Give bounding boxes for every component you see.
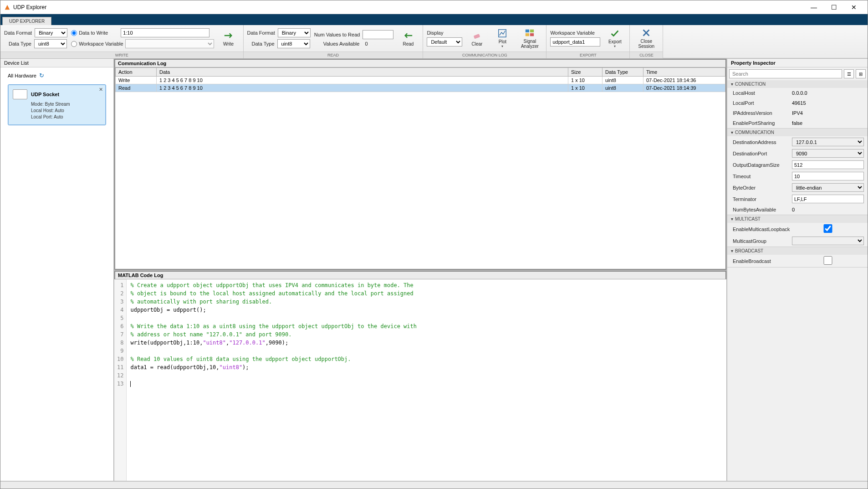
plot-icon: [497, 28, 507, 38]
section-header[interactable]: ▾CONNECTION: [727, 80, 868, 88]
numvals-input[interactable]: [363, 30, 393, 39]
app-icon: [4, 4, 10, 10]
code-body[interactable]: % Create a udpport object udpportObj tha…: [127, 279, 726, 481]
property-input[interactable]: [792, 195, 864, 203]
all-hardware-label: All Hardware: [8, 73, 36, 78]
tab-udp-explorer[interactable]: UDP EXPLORER: [2, 17, 51, 25]
matlab-code-log-header: MATLAB Code Log: [114, 271, 726, 279]
svg-rect-4: [526, 33, 529, 36]
write-button[interactable]: Write: [218, 31, 240, 46]
workspace-variable-select[interactable]: [125, 39, 214, 48]
workspace-variable-radio[interactable]: [71, 41, 77, 47]
svg-rect-5: [530, 33, 534, 36]
card-localport: Local Port: Auto: [31, 114, 101, 120]
property-input[interactable]: [792, 172, 864, 180]
valsavail-value: 0: [365, 41, 368, 46]
table-row[interactable]: Write1 2 3 4 5 6 7 8 9 101 x 10uint807-D…: [116, 77, 725, 84]
section-header[interactable]: ▾COMMUNICATION: [727, 129, 868, 136]
titlebar: UDP Explorer — ☐ ✕: [0, 0, 868, 14]
export-wsvar-input[interactable]: [550, 37, 600, 46]
device-list-panel: Device List All Hardware ↻ ✕ UDP Socket …: [0, 59, 114, 481]
property-row: DestinationAddress127.0.0.1: [727, 136, 868, 148]
write-icon: [224, 31, 234, 41]
property-row: NumBytesAvailable0: [727, 205, 868, 215]
communication-log-panel: Communication Log Action Data Size Data …: [114, 59, 726, 271]
col-data[interactable]: Data: [157, 68, 568, 77]
svg-rect-2: [526, 30, 529, 32]
list-view-icon[interactable]: ☰: [844, 69, 854, 78]
data-to-write-label: Data to Write: [79, 30, 108, 36]
close-button[interactable]: ✕: [844, 0, 864, 14]
signal-analyzer-icon: [525, 28, 535, 38]
property-row: DestinationPort9090: [727, 148, 868, 159]
write-datatype-select[interactable]: uint8: [34, 39, 67, 48]
svg-rect-0: [474, 34, 480, 39]
col-size[interactable]: Size: [568, 68, 602, 77]
read-dataformat-select[interactable]: Binary: [278, 28, 311, 37]
export-wsvar-label: Workspace Variable: [550, 30, 594, 36]
property-checkbox[interactable]: [792, 224, 864, 233]
commlog-group-label: COMMUNICATION LOG: [423, 51, 546, 58]
col-time[interactable]: Time: [643, 68, 725, 77]
read-icon: [403, 31, 413, 41]
write-dataformat-select[interactable]: Binary: [35, 28, 67, 37]
plot-button[interactable]: Plot ▾: [491, 28, 513, 48]
property-row: OutputDatagramSize: [727, 159, 868, 170]
close-group-label: CLOSE: [630, 51, 663, 58]
property-row: ByteOrderlittle-endian: [727, 182, 868, 193]
property-search-input[interactable]: [729, 69, 842, 78]
toolstrip: Data Format Binary Data Type uint8 Data …: [0, 25, 868, 59]
communication-log-header: Communication Log: [114, 59, 726, 67]
eraser-icon: [472, 31, 482, 41]
export-button[interactable]: Export ▾: [604, 28, 626, 48]
tabstrip: UDP EXPLORER: [0, 14, 868, 25]
property-select[interactable]: 127.0.0.1: [792, 138, 864, 146]
property-select[interactable]: [792, 237, 864, 245]
clear-button[interactable]: Clear: [466, 31, 488, 46]
minimize-button[interactable]: —: [804, 0, 824, 14]
data-to-write-input[interactable]: [121, 28, 209, 37]
device-list-header: Device List: [0, 59, 113, 67]
read-dataformat-label: Data Format: [247, 30, 275, 36]
table-row[interactable]: Read1 2 3 4 5 6 7 8 9 101 x 10uint807-De…: [116, 84, 725, 92]
window-title: UDP Explorer: [13, 4, 804, 10]
property-row: EnableMulticastLoopback: [727, 223, 868, 235]
col-action[interactable]: Action: [116, 68, 157, 77]
property-row: EnableBroadcast: [727, 255, 868, 267]
socket-icon: [13, 89, 27, 99]
property-inspector-header: Property Inspector: [727, 59, 868, 67]
section-header[interactable]: ▾BROADCAST: [727, 247, 868, 255]
category-view-icon[interactable]: ⊞: [856, 69, 866, 78]
property-row: EnablePortSharingfalse: [727, 118, 868, 128]
write-group-label: WRITE: [0, 51, 243, 58]
display-select[interactable]: Default: [427, 37, 462, 46]
udp-socket-card[interactable]: ✕ UDP Socket Mode: Byte Stream Local Hos…: [8, 84, 106, 125]
card-mode: Mode: Byte Stream: [31, 101, 101, 108]
col-datatype[interactable]: Data Type: [602, 68, 643, 77]
property-input[interactable]: [792, 160, 864, 169]
property-row: IPAddressVersionIPV4: [727, 108, 868, 118]
property-checkbox[interactable]: [792, 256, 864, 265]
close-session-icon: [641, 28, 651, 38]
maximize-button[interactable]: ☐: [824, 0, 844, 14]
read-datatype-select[interactable]: uint8: [277, 39, 310, 48]
code-gutter: 12345678910111213: [114, 279, 127, 481]
section-header[interactable]: ▾MULTICAST: [727, 215, 868, 223]
read-button[interactable]: Read: [397, 31, 419, 46]
property-row: Terminator: [727, 193, 868, 205]
property-row: LocalPort49615: [727, 98, 868, 108]
display-label: Display: [427, 30, 443, 36]
data-to-write-radio[interactable]: [71, 30, 77, 36]
property-select[interactable]: 9090: [792, 149, 864, 158]
card-title: UDP Socket: [31, 92, 59, 97]
write-dataformat-label: Data Format: [4, 30, 32, 36]
property-row: LocalHost0.0.0.0: [727, 88, 868, 98]
card-close-icon[interactable]: ✕: [99, 87, 103, 93]
write-datatype-label: Data Type: [9, 41, 31, 46]
signal-analyzer-button[interactable]: Signal Analyzer: [517, 28, 542, 49]
close-session-button[interactable]: Close Session: [633, 28, 659, 49]
read-datatype-label: Data Type: [252, 41, 275, 46]
numvals-label: Num Values to Read: [314, 32, 360, 37]
property-select[interactable]: little-endian: [792, 183, 864, 192]
refresh-icon[interactable]: ↻: [39, 72, 44, 79]
